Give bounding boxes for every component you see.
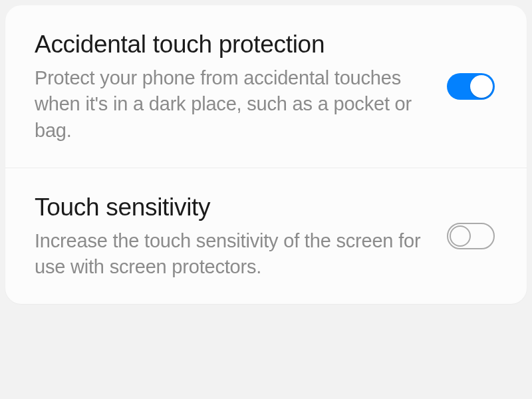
setting-description: Increase the touch sensitivity of the sc…: [35, 228, 428, 280]
toggle-knob-icon: [450, 225, 471, 247]
toggle-touch-sensitivity[interactable]: [447, 223, 495, 249]
setting-description: Protect your phone from accidental touch…: [35, 65, 428, 143]
setting-text: Touch sensitivity Increase the touch sen…: [35, 192, 428, 281]
toggle-accidental-touch-protection[interactable]: [447, 73, 495, 100]
setting-title: Accidental touch protection: [35, 29, 428, 60]
settings-card: Accidental touch protection Protect your…: [5, 5, 527, 304]
toggle-wrap: [447, 223, 495, 249]
setting-title: Touch sensitivity: [35, 192, 428, 223]
toggle-wrap: [447, 73, 495, 100]
toggle-knob-icon: [470, 75, 493, 98]
setting-row-touch-sensitivity[interactable]: Touch sensitivity Increase the touch sen…: [5, 168, 527, 305]
setting-text: Accidental touch protection Protect your…: [35, 29, 428, 144]
setting-row-accidental-touch-protection[interactable]: Accidental touch protection Protect your…: [5, 5, 527, 168]
